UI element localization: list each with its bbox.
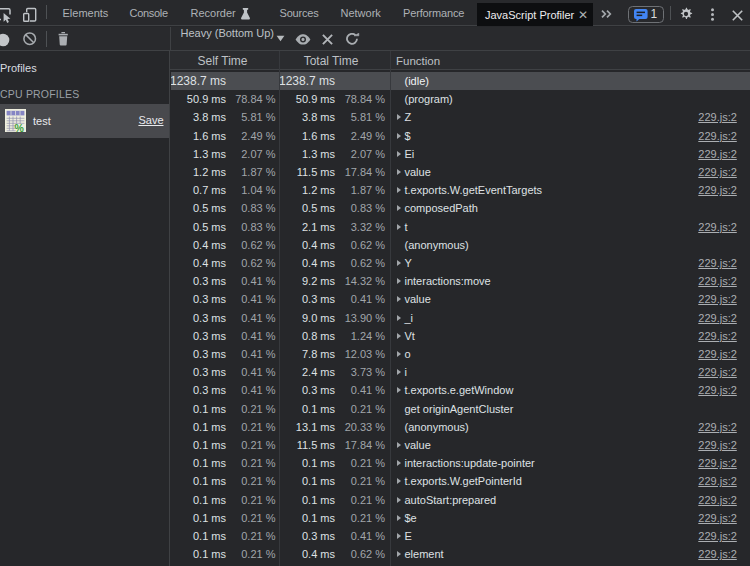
svg-text:%: %	[14, 121, 24, 132]
